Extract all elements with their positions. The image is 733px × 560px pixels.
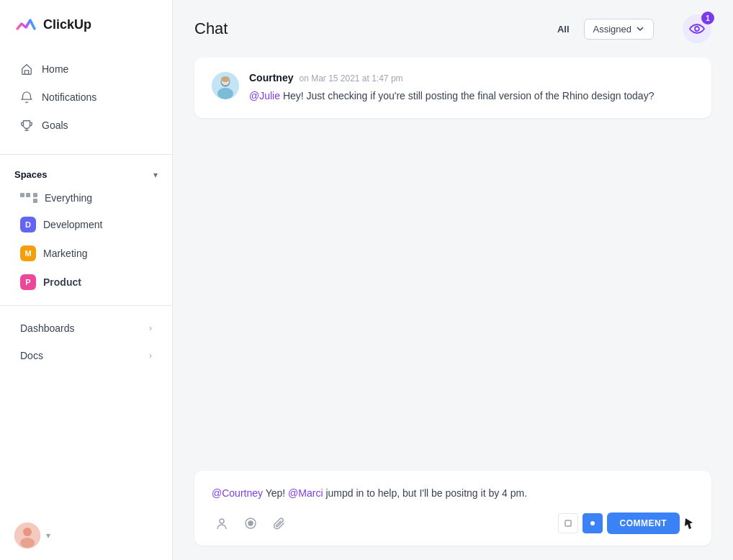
user-icon xyxy=(215,516,229,530)
record-button[interactable] xyxy=(240,513,261,533)
section-docs-label: Docs xyxy=(20,350,43,361)
chevron-right-dashboards-icon: › xyxy=(149,323,152,333)
message-avatar-courtney xyxy=(212,72,239,99)
courtney-avatar-svg xyxy=(212,72,239,99)
reply-text-part1: Yep! xyxy=(263,487,288,499)
nav-goals-label: Goals xyxy=(42,119,68,131)
filter-assigned-label: Assigned xyxy=(593,24,631,35)
svg-rect-14 xyxy=(565,520,571,526)
nav-notifications[interactable]: Notifications xyxy=(6,83,166,111)
square-icon xyxy=(565,520,572,527)
space-everything-label: Everything xyxy=(45,192,92,204)
nav-notifications-label: Notifications xyxy=(42,91,96,103)
mention-julie: @Julie xyxy=(249,90,280,101)
sidebar: ClickUp Home Notifications Goals xyxy=(0,0,173,560)
blue-dot-icon xyxy=(589,520,596,527)
product-badge: P xyxy=(20,274,36,290)
mention-courtney: @Courtney xyxy=(212,487,263,499)
svg-point-10 xyxy=(221,76,230,82)
svg-point-4 xyxy=(20,538,35,548)
main-content: Chat All Assigned 1 xyxy=(173,0,733,560)
cursor-icon xyxy=(684,517,694,530)
message-meta: Courtney on Mar 15 2021 at 1:47 pm xyxy=(249,72,694,83)
space-product[interactable]: P Product xyxy=(6,268,166,296)
message-body: Courtney on Mar 15 2021 at 1:47 pm @Juli… xyxy=(249,72,694,104)
notifications-eye-button[interactable]: 1 xyxy=(683,14,711,43)
user-avatar-svg xyxy=(14,523,40,548)
paperclip-icon xyxy=(272,516,287,530)
trophy-icon xyxy=(20,119,33,132)
spaces-divider xyxy=(0,305,172,306)
svg-point-13 xyxy=(248,521,253,525)
reply-text-part2: jumpd in to help, but I'll be positng it… xyxy=(323,487,528,499)
message-body-text: Hey! Just checking if you're still posti… xyxy=(280,90,654,101)
chevron-down-icon: ▾ xyxy=(153,170,158,180)
section-dashboards[interactable]: Dashboards › xyxy=(6,315,166,341)
message-text: @Julie Hey! Just checking if you're stil… xyxy=(249,88,694,104)
user-mention-button[interactable] xyxy=(212,513,232,533)
chat-header: Chat All Assigned 1 xyxy=(173,0,733,58)
nav-goals[interactable]: Goals xyxy=(6,112,166,139)
page-title: Chat xyxy=(194,19,228,38)
eye-icon xyxy=(689,23,705,35)
comment-button[interactable]: COMMENT xyxy=(607,512,680,534)
filter-all-tab[interactable]: All xyxy=(552,21,575,37)
spaces-section-header[interactable]: Spaces ▾ xyxy=(0,163,172,186)
marketing-badge: M xyxy=(20,245,36,261)
attach-button[interactable] xyxy=(269,513,289,533)
bell-icon xyxy=(20,91,33,104)
home-icon xyxy=(20,63,33,76)
user-footer[interactable]: ▾ xyxy=(0,511,172,560)
main-nav: Home Notifications Goals xyxy=(0,49,172,145)
development-badge: D xyxy=(20,217,36,232)
filter-tabs: All Assigned xyxy=(552,19,654,40)
svg-point-11 xyxy=(220,519,224,523)
space-product-label: Product xyxy=(43,276,81,288)
nav-home[interactable]: Home xyxy=(6,55,166,83)
dots-icon xyxy=(20,193,37,203)
nav-divider xyxy=(0,154,172,155)
toolbar-right-actions: COMMENT xyxy=(558,512,695,534)
logo-area[interactable]: ClickUp xyxy=(0,0,172,49)
chat-messages-area: Courtney on Mar 15 2021 at 1:47 pm @Juli… xyxy=(173,58,733,471)
spaces-title: Spaces xyxy=(14,169,48,180)
reply-text: @Courtney Yep! @Marci jumpd in to help, … xyxy=(212,485,694,501)
filter-assigned-dropdown[interactable]: Assigned xyxy=(584,19,654,40)
message-timestamp: on Mar 15 2021 at 1:47 pm xyxy=(299,73,403,83)
mention-marci: @Marci xyxy=(288,487,323,499)
svg-point-3 xyxy=(23,528,32,536)
record-icon xyxy=(243,516,258,530)
space-marketing[interactable]: M Marketing xyxy=(6,240,166,267)
section-docs[interactable]: Docs › xyxy=(6,343,166,369)
space-development[interactable]: D Development xyxy=(6,211,166,238)
message-author: Courtney xyxy=(249,72,293,83)
nav-home-label: Home xyxy=(42,63,68,75)
app-name: ClickUp xyxy=(43,17,91,32)
svg-point-8 xyxy=(217,88,233,99)
avatar xyxy=(14,523,40,548)
svg-point-5 xyxy=(695,27,699,31)
svg-point-15 xyxy=(590,521,595,525)
space-everything[interactable]: Everything xyxy=(6,186,166,209)
space-marketing-label: Marketing xyxy=(43,248,87,259)
mini-blue-button[interactable] xyxy=(583,513,603,533)
section-dashboards-label: Dashboards xyxy=(20,322,75,334)
chat-message: Courtney on Mar 15 2021 at 1:47 pm @Juli… xyxy=(194,58,711,118)
chevron-right-docs-icon: › xyxy=(149,351,152,361)
clickup-logo-icon xyxy=(14,13,37,36)
mini-square-button[interactable] xyxy=(558,513,578,533)
eye-badge-count: 1 xyxy=(701,12,714,24)
space-development-label: Development xyxy=(43,219,103,230)
reply-box: @Courtney Yep! @Marci jumpd in to help, … xyxy=(194,471,711,546)
chevron-down-user-icon: ▾ xyxy=(46,530,50,541)
reply-toolbar: COMMENT xyxy=(212,512,694,534)
chevron-down-filter-icon xyxy=(636,24,644,33)
